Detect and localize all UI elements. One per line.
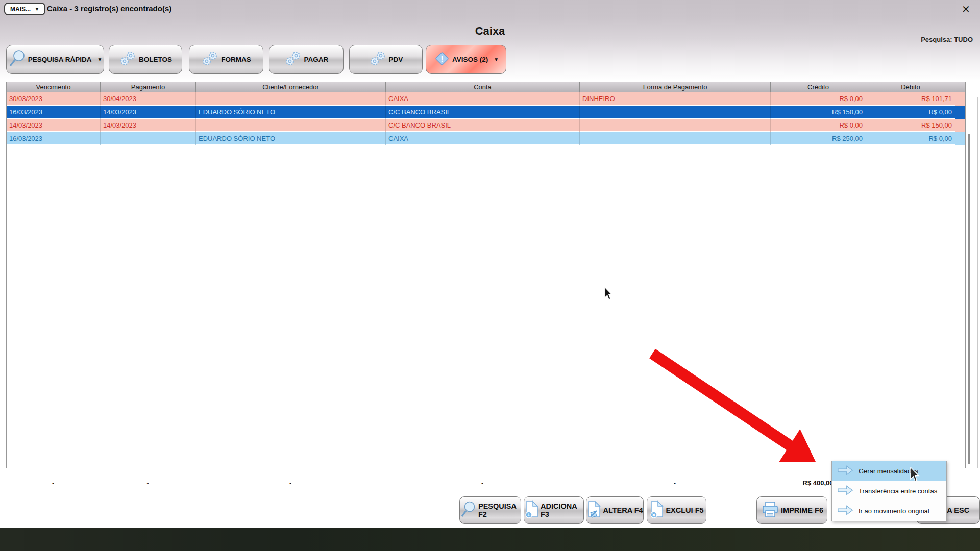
cell-conta: CAIXA: [386, 132, 580, 145]
pdv-label: PDV: [389, 56, 403, 63]
cell-forma: [580, 106, 771, 119]
close-icon[interactable]: ✕: [962, 3, 970, 15]
cell-cliente: EDUARDO SÓRIO NETO: [196, 106, 386, 119]
imprime-f6-button[interactable]: IMPRIME F6: [756, 496, 827, 524]
arrow-right-icon: [837, 505, 853, 517]
records-table: Vencimento Pagamento Cliente/Fornecedor …: [6, 82, 966, 468]
cell-pagamento: 30/04/2023: [101, 92, 196, 106]
app-window: MAIS... ▼ Caixa - 3 registro(s) encontra…: [0, 0, 980, 528]
cell-conta: C/C BANCO BRASIL: [386, 119, 580, 132]
formas-button[interactable]: FORMAS: [189, 45, 263, 74]
adiciona-f3-button[interactable]: + ADICIONA F3: [524, 496, 584, 524]
avisos-label: AVISOS (2): [452, 56, 488, 63]
total-vencimento: -: [6, 479, 100, 488]
adiciona-f3-label: ADICIONA F3: [541, 502, 583, 518]
boletos-label: BOLETOS: [139, 56, 172, 63]
gears-icon: [369, 50, 387, 69]
vertical-scrollbar[interactable]: [968, 134, 970, 464]
column-header[interactable]: Débito: [866, 82, 955, 92]
red-arrow-annotation: [647, 348, 821, 469]
mouse-cursor: [910, 467, 920, 484]
cell-forma: DINHEIRO: [580, 92, 771, 106]
column-header[interactable]: Pagamento: [101, 82, 196, 92]
exclui-f5-label: EXCLUI F5: [666, 506, 703, 514]
table-header-row: Vencimento Pagamento Cliente/Fornecedor …: [7, 82, 965, 92]
quick-search-label: PESQUISA RÁPIDA: [28, 56, 92, 63]
column-header[interactable]: Crédito: [771, 82, 866, 92]
gears-icon: [284, 50, 303, 69]
alert-diamond-icon: !: [433, 50, 451, 69]
pagar-label: PAGAR: [304, 56, 329, 63]
cell-cliente: EDUARDO SÓRIO NETO: [196, 132, 386, 145]
svg-text:!: !: [440, 55, 443, 63]
arrow-right-icon: [837, 485, 853, 497]
cell-credito: R$ 0,00: [771, 119, 866, 132]
scrollbar-track-edge: [977, 97, 978, 468]
table-row[interactable]: 30/03/2023 30/04/2023 CAIXA DINHEIRO R$ …: [7, 92, 965, 106]
cell-cliente: [196, 119, 386, 132]
cell-vencimento: 16/03/2023: [7, 132, 101, 145]
quick-search-button[interactable]: PESQUISA RÁPIDA ▼: [6, 45, 104, 74]
pagar-button[interactable]: PAGAR: [269, 45, 344, 74]
menu-item-gerar-mensalidades[interactable]: Gerar mensalidades: [832, 461, 946, 481]
cell-debito: R$ 101,71: [866, 92, 955, 106]
document-edit-icon: [586, 500, 602, 520]
chevron-down-icon: ▼: [97, 57, 102, 62]
pesquisa-f2-button[interactable]: PESQUISA F2: [459, 496, 521, 524]
cell-pagamento: 14/03/2023: [101, 106, 196, 119]
cell-debito: R$ 150,00: [866, 119, 955, 132]
table-row[interactable]: 16/03/2023 EDUARDO SÓRIO NETO CAIXA R$ 2…: [7, 132, 965, 145]
gears-icon: [201, 50, 219, 69]
cell-forma: [580, 132, 771, 145]
exclui-f5-button[interactable]: ✕ EXCLUI F5: [647, 496, 706, 524]
column-header[interactable]: Vencimento: [7, 82, 101, 92]
column-header[interactable]: Cliente/Fornecedor: [196, 82, 386, 92]
cell-credito: R$ 0,00: [771, 92, 866, 106]
document-add-icon: +: [524, 500, 540, 520]
cell-vencimento: 14/03/2023: [7, 119, 101, 132]
avisos-button[interactable]: ! AVISOS (2) ▼: [426, 45, 506, 74]
document-delete-icon: ✕: [649, 500, 665, 520]
page-title: Caixa: [0, 24, 980, 38]
total-conta: -: [385, 479, 579, 488]
magnifier-icon: [460, 500, 477, 520]
cell-cliente: [196, 92, 386, 106]
cell-debito: R$ 0,00: [866, 132, 955, 145]
total-forma: -: [579, 479, 770, 488]
search-scope-label: Pesquisa: TUDO: [921, 36, 973, 43]
cell-vencimento: 30/03/2023: [7, 92, 101, 106]
menu-item-label: Transferência entre contas: [859, 487, 937, 495]
magnifier-icon: [8, 49, 27, 70]
screen: MAIS... ▼ Caixa - 3 registro(s) encontra…: [0, 0, 980, 551]
cell-debito: R$ 0,00: [866, 106, 955, 119]
svg-text:+: +: [527, 512, 530, 518]
imprime-f6-label: IMPRIME F6: [781, 506, 823, 514]
gears-icon: [119, 50, 137, 69]
column-header[interactable]: Forma de Pagamento: [580, 82, 771, 92]
boletos-button[interactable]: BOLETOS: [109, 45, 182, 74]
total-pagamento: -: [100, 479, 195, 488]
menu-item-transferencia[interactable]: Transferência entre contas: [832, 481, 946, 501]
altera-f4-button[interactable]: ALTERA F4: [586, 496, 644, 524]
pesquisa-f2-label: PESQUISA F2: [478, 502, 521, 518]
formas-label: FORMAS: [221, 56, 251, 63]
cell-credito: R$ 150,00: [771, 106, 866, 119]
cell-credito: R$ 250,00: [771, 132, 866, 145]
table-row-selected[interactable]: 16/03/2023 14/03/2023 EDUARDO SÓRIO NETO…: [7, 106, 965, 119]
total-cliente: -: [195, 479, 385, 488]
cell-pagamento: 14/03/2023: [101, 119, 196, 132]
cell-conta: C/C BANCO BRASIL: [386, 106, 580, 119]
table-row[interactable]: 14/03/2023 14/03/2023 C/C BANCO BRASIL R…: [7, 119, 965, 132]
cell-forma: [580, 119, 771, 132]
cell-pagamento: [101, 132, 196, 145]
context-menu: Gerar mensalidades Transferência entre c…: [831, 461, 947, 521]
column-header[interactable]: Conta: [386, 82, 580, 92]
cell-vencimento: 16/03/2023: [7, 106, 101, 119]
pdv-button[interactable]: PDV: [349, 45, 423, 74]
taskbar: 24°C Parc ensolarado 1: [0, 528, 980, 551]
menu-item-ir-movimento[interactable]: Ir ao movimento original: [832, 501, 946, 521]
chevron-down-icon: ▼: [35, 7, 39, 12]
mais-menu-label: MAIS...: [10, 6, 31, 13]
mouse-cursor: [604, 287, 613, 303]
mais-menu-button[interactable]: MAIS... ▼: [4, 3, 45, 15]
